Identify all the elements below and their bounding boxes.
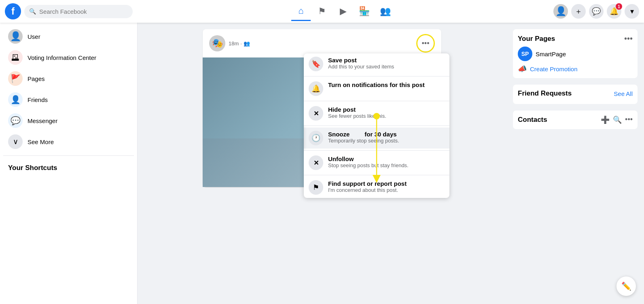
nav-watch[interactable]: ▶ (333, 2, 353, 21)
post-context-menu: 🔖 Save post Add this to your saved items… (304, 53, 449, 198)
menu-item-hide-post[interactable]: ✕ Hide post See fewer posts like this. (304, 103, 449, 124)
messenger-icon: 💬 (8, 113, 23, 128)
notifications-menu-icon: 🔔 (309, 81, 323, 96)
voting-icon: 🗳 (8, 50, 23, 65)
nav-home[interactable]: ⌂ (291, 2, 311, 21)
user-avatar[interactable]: 👤 (553, 4, 568, 19)
notification-badge: 1 (616, 3, 622, 10)
friend-requests-header: Friend Requests See All (518, 89, 633, 98)
save-post-text: Save post Add this to your saved items (328, 57, 394, 70)
menu-item-report[interactable]: ⚑ Find support or report post I'm concer… (304, 177, 449, 198)
menu-item-unfollow[interactable]: ✕ Unfollow Stop seeing posts but stay fr… (304, 152, 449, 173)
main-layout: 👤 User 🗳 Voting Information Center 🚩 Pag… (0, 0, 644, 304)
profile-avatar: 👤 (8, 29, 23, 44)
save-post-title: Save post (328, 57, 394, 64)
post-card: 🎭 18m · 👥 ••• (203, 29, 441, 187)
hide-post-icon: ✕ (309, 106, 323, 121)
smartpage-row[interactable]: SP SmartPage (518, 47, 633, 61)
snooze-days: for 30 days (364, 131, 396, 138)
sidebar: 👤 User 🗳 Voting Information Center 🚩 Pag… (0, 23, 138, 304)
contacts-section: Contacts ➕ 🔍 ••• (513, 111, 638, 129)
hide-post-text: Hide post See fewer posts like this. (328, 106, 386, 119)
sidebar-item-pages[interactable]: 🚩 Pages (3, 68, 134, 89)
feed: 🎭 18m · 👥 ••• (138, 23, 506, 304)
search-input[interactable] (39, 8, 128, 15)
snooze-title: Snooze for 30 days (328, 131, 399, 138)
friend-requests-title: Friend Requests (518, 89, 572, 98)
unfollow-text: Unfollow Stop seeing posts but stay frie… (328, 155, 409, 168)
friend-requests-section: Friend Requests See All (513, 85, 638, 104)
friends-icon: 👤 (8, 92, 23, 107)
save-post-icon: 🔖 (309, 57, 323, 71)
snooze-icon: 🕐 (309, 131, 323, 145)
pages-icon: 🚩 (8, 71, 23, 86)
create-promo-label[interactable]: Create Promotion (530, 66, 578, 72)
your-pages-header: Your Pages ••• (518, 34, 633, 43)
sidebar-item-messenger[interactable]: 💬 Messenger (3, 110, 134, 131)
menu-divider-3 (304, 125, 449, 126)
create-promotion-row[interactable]: 📣 Create Promotion (518, 64, 633, 73)
nav-marketplace[interactable]: 🏪 (354, 2, 374, 21)
audience-indicator: 👥 (244, 40, 250, 47)
friends-label: Friends (28, 96, 48, 103)
post-time: 18m · 👥 (229, 40, 413, 47)
your-pages-section: Your Pages ••• SP SmartPage 📣 Create Pro… (513, 29, 638, 78)
see-more-label: See More (28, 138, 54, 145)
contacts-more-icon[interactable]: ••• (625, 115, 633, 124)
report-text: Find support or report post I'm concerne… (328, 180, 407, 193)
profile-name-label: User (28, 33, 40, 40)
hide-post-title: Hide post (328, 106, 386, 113)
sidebar-item-friends[interactable]: 👤 Friends (3, 89, 134, 110)
unfollow-sub: Stop seeing posts but stay friends. (328, 162, 409, 168)
add-contact-icon[interactable]: ➕ (601, 115, 610, 124)
shortcuts-title: Your Shortcuts (3, 159, 134, 177)
nav-groups[interactable]: 👥 (375, 2, 395, 21)
notifications-text: Turn on notifications for this post (328, 81, 425, 88)
contacts-icons: ➕ 🔍 ••• (601, 115, 633, 124)
menu-item-notifications[interactable]: 🔔 Turn on notifications for this post (304, 78, 449, 99)
messenger-label: Messenger (28, 117, 57, 124)
report-title: Find support or report post (328, 180, 407, 187)
compose-button[interactable]: ✏️ (616, 276, 636, 296)
messenger-button[interactable]: 💬 (589, 4, 604, 19)
post-options-button[interactable]: ••• (416, 34, 435, 53)
search-contact-icon[interactable]: 🔍 (613, 115, 622, 124)
menu-divider-1 (304, 76, 449, 77)
unfollow-icon: ✕ (309, 155, 323, 170)
menu-divider-2 (304, 101, 449, 101)
right-panel: Your Pages ••• SP SmartPage 📣 Create Pro… (506, 23, 644, 304)
account-menu-button[interactable]: ▾ (625, 4, 639, 19)
menu-item-save-post[interactable]: 🔖 Save post Add this to your saved items (304, 53, 449, 74)
sidebar-item-voting[interactable]: 🗳 Voting Information Center (3, 47, 134, 68)
see-all-button[interactable]: See All (614, 90, 633, 97)
sidebar-item-profile[interactable]: 👤 User (3, 26, 134, 47)
notifications-title: Turn on notifications for this post (328, 81, 425, 88)
topnav-left: f 🔍 (0, 3, 138, 19)
menu-item-snooze[interactable]: 🕐 Snooze for 30 days Temporarily stop se… (304, 128, 449, 149)
facebook-logo[interactable]: f (5, 3, 21, 19)
search-box[interactable]: 🔍 (24, 5, 133, 18)
sidebar-divider (3, 155, 134, 156)
menu-divider-4 (304, 150, 449, 151)
audience-icon: · (240, 40, 242, 47)
voting-label: Voting Information Center (28, 54, 96, 61)
report-icon: ⚑ (309, 180, 323, 195)
search-icon: 🔍 (29, 8, 36, 15)
nav-pages[interactable]: ⚑ (312, 2, 332, 21)
save-post-sub: Add this to your saved items (328, 64, 394, 70)
see-more-icon: ∨ (8, 134, 23, 149)
see-more-button[interactable]: ∨ See More (3, 131, 134, 152)
menu-divider-5 (304, 175, 449, 175)
promo-icon: 📣 (518, 64, 527, 73)
your-pages-more[interactable]: ••• (624, 34, 633, 43)
topnav-right: 👤 ＋ 💬 🔔 1 ▾ (549, 4, 644, 19)
pages-label: Pages (28, 75, 45, 82)
topnav-center: ⌂ ⚑ ▶ 🏪 👥 (138, 2, 549, 21)
smartpage-name: SmartPage (536, 51, 566, 57)
post-author-avatar[interactable]: 🎭 (209, 35, 225, 51)
snooze-sub: Temporarily stop seeing posts. (328, 138, 399, 144)
add-button[interactable]: ＋ (571, 4, 586, 19)
top-navigation: f 🔍 ⌂ ⚑ ▶ 🏪 👥 👤 ＋ 💬 🔔 1 ▾ (0, 0, 644, 23)
notifications-button[interactable]: 🔔 1 (607, 4, 621, 19)
unfollow-title: Unfollow (328, 155, 409, 162)
